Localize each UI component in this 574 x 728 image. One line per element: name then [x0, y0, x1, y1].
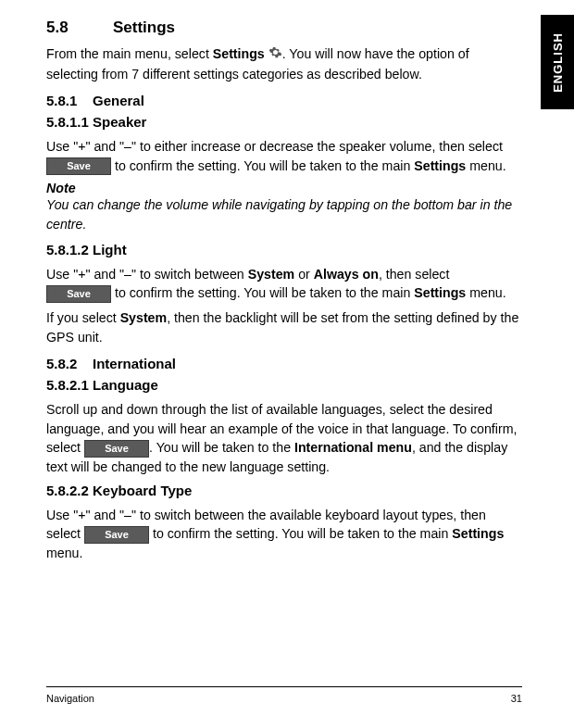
light-text-2c: menu. [466, 285, 505, 300]
light-paragraph-2: If you select System, then the backlight… [46, 308, 522, 346]
speaker-text-2: to confirm the setting. You will be take… [111, 158, 414, 173]
save-button[interactable]: Save [46, 285, 111, 303]
speaker-text-1: Use "+" and "–" to either increase or de… [46, 139, 503, 154]
heading-5-8-1-1: 5.8.1.1 Speaker [46, 114, 522, 130]
heading-5-8-2-2: 5.8.2.2 Keyboard Type [46, 483, 522, 498]
light-system-word: System [248, 267, 294, 282]
light-text-1: Use "+" and "–" to switch between [46, 267, 248, 282]
note-label: Note [46, 181, 522, 195]
light-system-word-2: System [120, 310, 167, 325]
light-always-on-word: Always on [314, 267, 379, 282]
light-text-1e: , then select [379, 267, 450, 282]
content-area: 5.8Settings From the main menu, select S… [46, 19, 522, 569]
intro-settings-word: Settings [213, 46, 265, 61]
light-settings-word: Settings [414, 285, 466, 300]
save-button[interactable]: Save [84, 526, 149, 544]
lang-text-2: . You will be taken to the [149, 440, 294, 455]
light-paragraph-1: Use "+" and "–" to switch between System… [46, 265, 522, 303]
heading-5-8-1-title: General [93, 93, 144, 108]
language-tab: ENGLISH [541, 15, 574, 109]
footer-section-name: Navigation [46, 693, 94, 704]
speaker-settings-word: Settings [414, 158, 466, 173]
heading-5-8: 5.8Settings [46, 19, 522, 37]
page-footer: Navigation 31 [46, 686, 522, 704]
heading-5-8-num: 5.8 [46, 19, 113, 37]
light-text-2: to confirm the setting. You will be take… [111, 285, 414, 300]
light-text-1c: or [294, 267, 314, 282]
speaker-paragraph: Use "+" and "–" to either increase or de… [46, 137, 522, 175]
save-button[interactable]: Save [46, 157, 111, 175]
kb-text-2: to confirm the setting. You will be take… [149, 526, 452, 541]
lang-intl-menu-word: International menu [294, 440, 412, 455]
intro-text-1: From the main menu, select [46, 46, 213, 61]
language-tab-label: ENGLISH [551, 32, 565, 93]
heading-5-8-2-1: 5.8.2.1 Language [46, 377, 522, 393]
heading-5-8-title: Settings [113, 19, 175, 36]
heading-5-8-1-2: 5.8.1.2 Light [46, 242, 522, 257]
footer-page-number: 31 [511, 693, 522, 704]
heading-5-8-2-num: 5.8.2 [46, 356, 93, 371]
kb-settings-word: Settings [452, 526, 504, 541]
page: ENGLISH 5.8Settings From the main menu, … [0, 0, 574, 728]
light-text-3a: If you select [46, 310, 120, 325]
note-text: You can change the volume while navigati… [46, 195, 522, 233]
heading-5-8-2: 5.8.2International [46, 356, 522, 371]
gear-icon [268, 45, 282, 65]
keyboard-paragraph: Use "+" and "–" to switch between the av… [46, 506, 522, 563]
heading-5-8-1-num: 5.8.1 [46, 93, 93, 108]
kb-text-2c: menu. [46, 546, 82, 560]
intro-paragraph: From the main menu, select Settings . Yo… [46, 44, 522, 83]
heading-5-8-2-title: International [93, 356, 176, 371]
save-button[interactable]: Save [84, 440, 149, 458]
language-paragraph: Scroll up and down through the list of a… [46, 400, 522, 477]
speaker-text-3: menu. [466, 158, 505, 173]
heading-5-8-1: 5.8.1General [46, 93, 522, 108]
